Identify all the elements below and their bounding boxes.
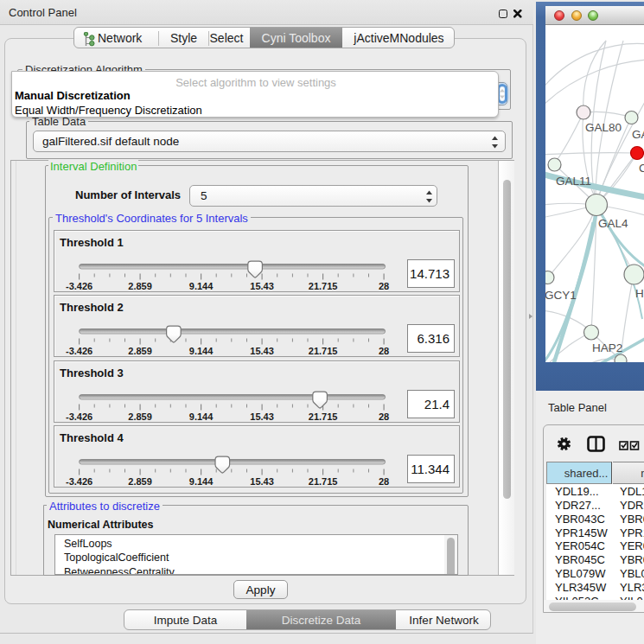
svg-text:GCY1: GCY1 <box>545 289 577 302</box>
svg-text:28: 28 <box>379 476 389 487</box>
svg-text:GA: GA <box>632 128 644 141</box>
svg-text:21.715: 21.715 <box>309 281 338 291</box>
svg-text:28: 28 <box>379 281 389 291</box>
svg-text:-3.426: -3.426 <box>66 476 92 487</box>
svg-text:15.43: 15.43 <box>250 476 274 487</box>
svg-text:2.859: 2.859 <box>128 281 152 291</box>
svg-text:HAP2: HAP2 <box>592 341 622 354</box>
svg-text:-3.426: -3.426 <box>66 281 92 291</box>
svg-text:-3.426: -3.426 <box>66 346 92 356</box>
svg-text:2.859: 2.859 <box>128 476 152 487</box>
svg-text:C: C <box>639 162 644 175</box>
svg-text:GAL80: GAL80 <box>585 121 622 134</box>
svg-text:28: 28 <box>379 346 389 356</box>
svg-text:9.144: 9.144 <box>189 346 214 356</box>
svg-text:28: 28 <box>379 411 389 422</box>
svg-text:9.144: 9.144 <box>189 281 214 291</box>
svg-text:15.43: 15.43 <box>250 411 274 422</box>
svg-text:15.43: 15.43 <box>250 281 274 291</box>
svg-text:9.144: 9.144 <box>189 411 214 422</box>
svg-text:21.715: 21.715 <box>309 346 338 356</box>
svg-text:-3.426: -3.426 <box>66 411 92 422</box>
svg-text:9.144: 9.144 <box>189 476 214 487</box>
svg-text:21.715: 21.715 <box>309 411 338 422</box>
svg-text:21.715: 21.715 <box>309 476 338 487</box>
svg-text:GAL11: GAL11 <box>556 175 591 188</box>
svg-text:GAL4: GAL4 <box>598 217 628 230</box>
svg-text:H: H <box>635 287 644 300</box>
svg-text:15.43: 15.43 <box>250 346 274 356</box>
svg-text:2.859: 2.859 <box>128 411 152 422</box>
svg-text:2.859: 2.859 <box>128 346 152 356</box>
